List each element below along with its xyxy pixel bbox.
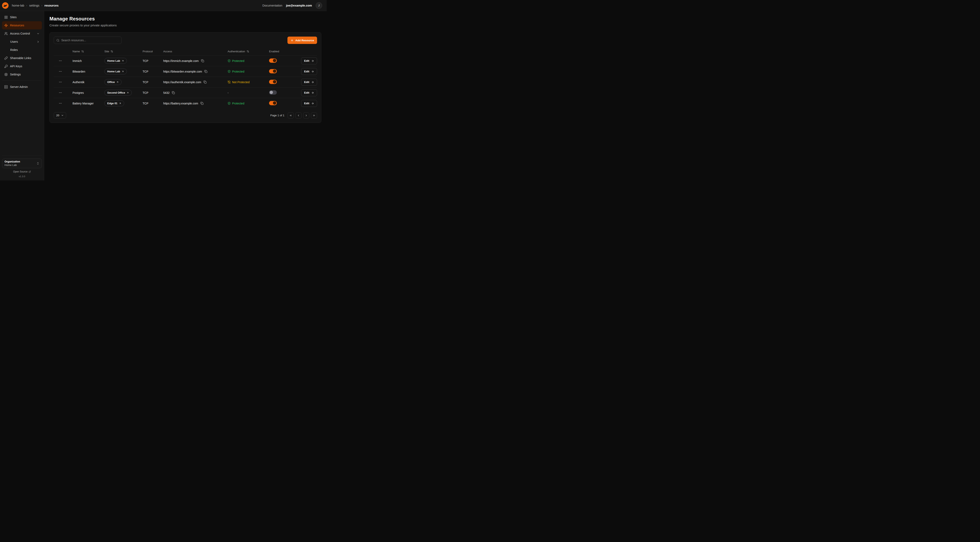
sidebar-item-label: Access Control bbox=[10, 32, 30, 35]
sidebar-item-server-admin[interactable]: Server Admin bbox=[2, 83, 42, 91]
search-icon bbox=[56, 39, 59, 42]
card-toolbar: Add Resource bbox=[54, 37, 317, 44]
sidebar-item-api-keys[interactable]: API Keys bbox=[2, 62, 42, 70]
organization-text: Organization Home Lab bbox=[5, 160, 20, 167]
page-size-select[interactable]: 20 bbox=[54, 112, 66, 118]
access-url: 5432 bbox=[163, 91, 170, 94]
sidebar-item-label: Roles bbox=[10, 48, 18, 51]
edit-button[interactable]: Edit bbox=[301, 89, 317, 96]
enabled-toggle[interactable] bbox=[269, 69, 277, 73]
open-source-link[interactable]: Open Source bbox=[2, 170, 42, 173]
resource-name: Immich bbox=[73, 59, 104, 62]
sidebar-item-sites[interactable]: Sites bbox=[2, 13, 42, 21]
site-link[interactable]: Second Office bbox=[104, 90, 132, 96]
ellipsis-icon bbox=[59, 80, 62, 84]
enabled-toggle[interactable] bbox=[269, 59, 277, 63]
row-menu-button[interactable] bbox=[58, 101, 63, 106]
sort-authentication-icon[interactable] bbox=[247, 50, 249, 53]
site-link[interactable]: Edge 01 bbox=[104, 100, 124, 106]
protocol: TCP bbox=[143, 102, 163, 105]
open-source-label: Open Source bbox=[13, 170, 27, 173]
app-logo-icon[interactable] bbox=[2, 2, 9, 9]
arrow-right-icon bbox=[311, 91, 314, 94]
sort-site-icon[interactable] bbox=[111, 50, 113, 53]
sidebar-item-settings[interactable]: Settings bbox=[2, 70, 42, 78]
protocol: TCP bbox=[143, 59, 163, 62]
protocol: TCP bbox=[143, 91, 163, 94]
copy-icon[interactable] bbox=[204, 70, 208, 73]
access-url: https://bitwarden.example.com bbox=[163, 70, 202, 73]
shield-check-icon bbox=[228, 59, 231, 62]
table-row: Bitwarden Home Lab TCP https://bitwarden… bbox=[54, 66, 317, 77]
enabled-toggle[interactable] bbox=[269, 80, 277, 84]
enabled-toggle[interactable] bbox=[269, 101, 277, 105]
table-body: Immich Home Lab TCP https://immich.examp… bbox=[54, 56, 317, 108]
sidebar-item-label: Settings bbox=[10, 73, 21, 76]
add-resource-button[interactable]: Add Resource bbox=[288, 37, 317, 44]
site-name: Home Lab bbox=[107, 70, 120, 73]
sidebar-item-resources[interactable]: Resources bbox=[2, 21, 42, 29]
header-name: Name bbox=[73, 50, 104, 53]
row-menu-button[interactable] bbox=[58, 80, 63, 84]
copy-icon[interactable] bbox=[172, 91, 175, 95]
users-icon bbox=[4, 32, 8, 35]
toggle-knob bbox=[273, 101, 276, 105]
sidebar-item-access-control[interactable]: Access Control bbox=[2, 29, 42, 38]
arrow-up-right-icon bbox=[116, 81, 119, 83]
edit-button[interactable]: Edit bbox=[301, 68, 317, 75]
row-menu-button[interactable] bbox=[58, 69, 63, 74]
arrow-up-right-icon bbox=[122, 70, 124, 73]
prev-page-button[interactable] bbox=[296, 112, 302, 118]
chevron-right-icon bbox=[305, 114, 308, 117]
last-page-button[interactable] bbox=[311, 112, 317, 118]
documentation-link[interactable]: Documentation bbox=[262, 4, 283, 7]
resource-name: Battery Manager bbox=[73, 102, 104, 105]
first-page-button[interactable] bbox=[288, 112, 294, 118]
organization-selector[interactable]: Organization Home Lab bbox=[2, 159, 42, 168]
arrow-right-icon bbox=[311, 59, 314, 62]
site-name: Home Lab bbox=[107, 59, 120, 62]
sidebar-item-label: Server Admin bbox=[10, 85, 28, 89]
avatar-initial: J bbox=[318, 4, 320, 7]
breadcrumb-separator-icon: › bbox=[41, 4, 42, 7]
enabled-toggle[interactable] bbox=[269, 90, 277, 95]
site-link[interactable]: Home Lab bbox=[104, 69, 127, 74]
sort-name-icon[interactable] bbox=[81, 50, 84, 53]
access-url: https://immich.example.com bbox=[163, 59, 199, 62]
sidebar-item-roles[interactable]: Roles bbox=[2, 46, 42, 54]
edit-button[interactable]: Edit bbox=[301, 79, 317, 86]
shield-check-icon bbox=[228, 70, 231, 73]
copy-icon[interactable] bbox=[200, 101, 204, 105]
access-url: https://battery.example.com bbox=[163, 102, 198, 105]
resources-card: Add Resource Name Site Protocol bbox=[49, 32, 321, 123]
edit-button[interactable]: Edit bbox=[301, 100, 317, 107]
sidebar-bottom: Organization Home Lab Open Source v1.3.0 bbox=[2, 156, 42, 179]
pager-buttons bbox=[288, 112, 317, 118]
sidebar-item-users[interactable]: Users bbox=[2, 38, 42, 46]
site-link[interactable]: Home Lab bbox=[104, 58, 127, 64]
search-box bbox=[54, 37, 122, 44]
topbar: home-lab › settings › resources Document… bbox=[0, 0, 327, 11]
header-protocol: Protocol bbox=[143, 50, 163, 53]
table-row: Immich Home Lab TCP https://immich.examp… bbox=[54, 56, 317, 66]
chevron-down-icon bbox=[37, 32, 40, 35]
search-input[interactable] bbox=[61, 38, 119, 42]
sidebar-item-label: Shareable Links bbox=[10, 56, 31, 60]
copy-icon[interactable] bbox=[203, 80, 207, 84]
copy-icon[interactable] bbox=[200, 59, 205, 63]
edit-button[interactable]: Edit bbox=[301, 57, 317, 64]
sidebar-item-label: API Keys bbox=[10, 65, 22, 68]
avatar[interactable]: J bbox=[316, 2, 322, 9]
header-enabled: Enabled bbox=[269, 50, 296, 53]
breadcrumb-settings[interactable]: settings bbox=[29, 4, 40, 7]
next-page-button[interactable] bbox=[303, 112, 309, 118]
breadcrumb-org[interactable]: home-lab bbox=[12, 4, 24, 7]
row-menu-button[interactable] bbox=[58, 58, 63, 63]
arrow-right-icon bbox=[311, 102, 314, 105]
row-menu-button[interactable] bbox=[58, 90, 63, 95]
key-icon bbox=[4, 65, 8, 68]
sidebar-item-label: Users bbox=[10, 40, 18, 43]
sidebar-item-shareable-links[interactable]: Shareable Links bbox=[2, 54, 42, 62]
add-resource-label: Add Resource bbox=[295, 39, 314, 42]
site-link[interactable]: Office bbox=[104, 79, 122, 85]
